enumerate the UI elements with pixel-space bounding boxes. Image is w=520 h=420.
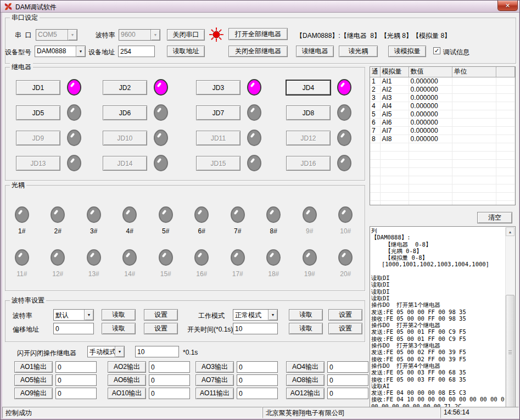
analog-table-row[interactable]: 4 AI4 0.000000 xyxy=(370,102,515,110)
chevron-down-icon[interactable]: ▼ xyxy=(115,346,124,357)
chevron-down-icon[interactable]: ▼ xyxy=(76,46,85,57)
debug-info-checkbox[interactable]: ✓ xyxy=(433,47,440,54)
close-serial-button[interactable]: 关闭串口 xyxy=(167,29,205,41)
relay-button[interactable]: JD5 xyxy=(16,105,60,120)
ao-output-button[interactable]: AO7输出 xyxy=(195,374,234,386)
analog-table-row[interactable]: 5 AI5 0.000000 xyxy=(370,110,515,118)
analog-table-row[interactable]: 8 AI8 0.000000 xyxy=(370,135,515,143)
ao-output-button[interactable]: AO2输出 xyxy=(108,361,146,373)
ao-output-input[interactable] xyxy=(55,388,97,399)
analog-table-row[interactable]: 1 AI1 0.000000 xyxy=(370,77,515,85)
chevron-down-icon[interactable]: ▼ xyxy=(84,310,93,320)
relay-button[interactable]: JD13 xyxy=(16,156,60,171)
log-line: 接收:FE 05 00 01 FF 00 C9 F5 xyxy=(371,335,505,342)
relay-button[interactable]: JD7 xyxy=(196,105,241,120)
switch-time-input[interactable] xyxy=(233,323,278,334)
opto-channel: 6# xyxy=(184,206,220,249)
analog-table-row[interactable]: 2 AI2 0.000000 xyxy=(370,85,515,93)
ao-output-input[interactable] xyxy=(149,361,190,373)
ao-output-input[interactable] xyxy=(237,374,278,386)
read-work-mode-button[interactable]: 读取 xyxy=(289,309,323,321)
ao-output-input[interactable] xyxy=(55,361,97,373)
ao-output-input[interactable] xyxy=(55,374,97,386)
relay-led-indicator xyxy=(247,155,261,171)
ao-output-button[interactable]: AO11输出 xyxy=(195,388,234,399)
analog-table-header-cell[interactable]: 数值 xyxy=(409,67,452,77)
analog-table-row[interactable]: 6 AI6 0.000000 xyxy=(370,118,515,126)
ao-output-input[interactable] xyxy=(327,361,368,373)
read-opto-button[interactable]: 读光耦 xyxy=(339,46,378,57)
ao-output-button[interactable]: AO1输出 xyxy=(14,361,53,373)
opto-channel-label: 16# xyxy=(196,270,207,278)
analog-table-row[interactable]: 3 AI3 0.000000 xyxy=(370,93,515,102)
ao-output-input[interactable] xyxy=(237,361,278,373)
ao-output-button[interactable]: AO8输出 xyxy=(286,374,325,386)
flash-mode-select[interactable]: 手动模式 ▼ xyxy=(87,346,125,357)
relay-button[interactable]: JD10 xyxy=(103,131,147,145)
ao-output-input[interactable] xyxy=(237,388,278,399)
analog-table-header-cell[interactable] xyxy=(496,67,515,77)
log-scrollbar[interactable]: ▲ xyxy=(505,227,515,408)
ao-output-input[interactable] xyxy=(327,388,368,399)
close-button[interactable]: ✕ xyxy=(497,1,518,11)
log-line: 读取DI xyxy=(371,281,505,288)
ao-output-button[interactable]: AO5输出 xyxy=(14,374,53,386)
title-bar[interactable]: DAM调试软件 ✕ xyxy=(1,1,520,13)
set-baud-button[interactable]: 设置 xyxy=(144,309,178,321)
analog-table-header-cell[interactable]: 单位 xyxy=(452,67,496,77)
baud-setting-select[interactable]: 默认 ▼ xyxy=(53,309,94,321)
app-window: DAM调试软件 ✕ 串口设定 串 口 COM5 ▼ 波特率 9600 ▼ 关闭串… xyxy=(0,0,520,420)
analog-table-row[interactable]: 7 AI7 0.000000 xyxy=(370,126,515,135)
work-mode-select[interactable]: 正常模式 ▼ xyxy=(233,309,278,321)
flash-time-input[interactable] xyxy=(135,346,179,357)
ao-output-button[interactable]: AO6输出 xyxy=(108,374,146,386)
read-baud-button[interactable]: 读取 xyxy=(102,309,136,321)
read-address-button[interactable]: 读取地址 xyxy=(167,46,205,57)
relay-button[interactable]: JD4 xyxy=(286,80,331,95)
log-line: 操作DO 打开第3个继电器 xyxy=(371,342,505,349)
read-relays-button[interactable]: 读继电器 xyxy=(296,46,334,57)
log-scrollbar-thumb[interactable] xyxy=(506,295,515,409)
analog-value-cell: 0.000000 xyxy=(409,93,452,102)
offset-address-input[interactable] xyxy=(53,323,94,334)
set-work-mode-button[interactable]: 设置 xyxy=(328,309,362,321)
relay-button[interactable]: JD15 xyxy=(196,156,241,171)
device-address-input[interactable] xyxy=(118,46,155,57)
ao-output-grid: AO1输出 AO2输出 AO3输出 AO4输出 AO5输出 xyxy=(14,361,368,401)
relay-button[interactable]: JD16 xyxy=(286,156,331,171)
analog-table-header-cell[interactable]: 通 xyxy=(370,67,380,77)
relay-button[interactable]: JD12 xyxy=(286,131,331,145)
analog-table-header-cell[interactable]: 模拟量 xyxy=(380,67,409,77)
chevron-down-icon[interactable]: ▼ xyxy=(268,310,277,320)
relay-button[interactable]: JD11 xyxy=(196,131,241,145)
ao-output-button[interactable]: AO9输出 xyxy=(14,388,53,399)
log-line: 读取DI xyxy=(371,288,505,295)
relay-button[interactable]: JD1 xyxy=(16,80,60,95)
close-all-relays-button[interactable]: 关闭全部继电器 xyxy=(228,46,288,57)
ao-output-button[interactable]: AO10输出 xyxy=(108,388,146,399)
flash-operate-label: 闪开闪闭操作继电器 xyxy=(17,349,76,358)
set-switch-time-button[interactable]: 设置 xyxy=(328,323,362,334)
read-analog-button[interactable]: 读模拟量 xyxy=(388,46,426,57)
log-text[interactable]: 列【DAM0888】: 【继电器 0-8】 【光耦 0-8】 【模拟量 0-8】… xyxy=(371,227,505,409)
set-offset-button[interactable]: 设置 xyxy=(144,323,178,334)
ao-output-button[interactable]: AO4输出 xyxy=(286,361,325,373)
read-switch-time-button[interactable]: 读取 xyxy=(289,323,323,334)
device-model-select[interactable]: DAM0888 ▼ xyxy=(35,46,86,57)
ao-output-button[interactable]: AO12输出 xyxy=(286,388,325,399)
relay-button[interactable]: JD2 xyxy=(103,80,147,95)
ao-output-input[interactable] xyxy=(327,374,368,386)
relay-button[interactable]: JD6 xyxy=(103,105,147,120)
relay-button[interactable]: JD14 xyxy=(103,156,147,171)
log-panel[interactable]: 列【DAM0888】: 【继电器 0-8】 【光耦 0-8】 【模拟量 0-8】… xyxy=(370,226,516,410)
clear-log-button[interactable]: 清空 xyxy=(477,212,512,223)
read-offset-button[interactable]: 读取 xyxy=(102,323,136,334)
open-all-relays-button[interactable]: 打开全部继电器 xyxy=(228,28,288,40)
scroll-up-icon[interactable]: ▲ xyxy=(506,227,515,236)
relay-button[interactable]: JD9 xyxy=(16,131,60,145)
ao-output-input[interactable] xyxy=(149,374,190,386)
relay-button[interactable]: JD8 xyxy=(286,105,331,120)
relay-button[interactable]: JD3 xyxy=(196,80,241,95)
ao-output-input[interactable] xyxy=(149,388,190,399)
ao-output-button[interactable]: AO3输出 xyxy=(195,361,234,373)
